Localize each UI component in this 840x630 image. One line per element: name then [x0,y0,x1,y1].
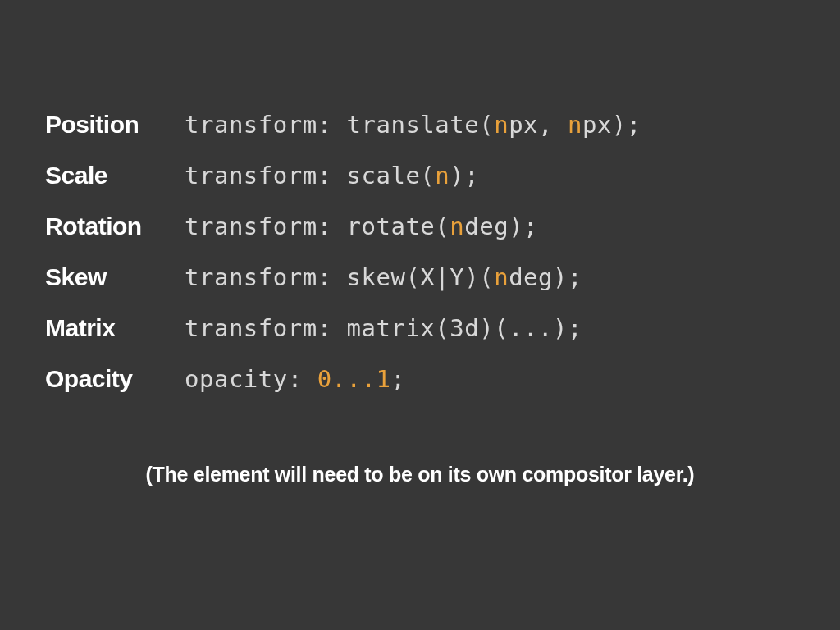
property-label: Skew [45,263,185,291]
code-placeholder: n [568,111,582,139]
property-code: transform: matrix(3d)(...); [185,314,582,342]
code-placeholder: 0...1 [317,365,391,393]
property-row: Scaletransform: scale(n); [45,162,795,189]
code-text: px, [509,111,568,139]
property-code: transform: skew(X|Y)(ndeg); [185,263,582,291]
property-row: Skewtransform: skew(X|Y)(ndeg); [45,263,795,291]
code-placeholder: n [435,162,450,189]
property-label: Matrix [45,314,185,342]
code-text: transform: scale( [185,162,435,189]
code-text: deg); [464,212,538,240]
property-label: Rotation [45,212,185,240]
code-placeholder: n [450,212,464,240]
property-row: Matrixtransform: matrix(3d)(...); [45,314,795,342]
property-list: Positiontransform: translate(npx, npx);S… [45,111,795,393]
code-text: opacity: [185,365,317,393]
code-text: px); [582,111,641,139]
code-text: transform: skew(X|Y)( [185,263,494,291]
property-code: opacity: 0...1; [185,365,405,393]
property-code: transform: scale(n); [185,162,479,189]
property-row: Positiontransform: translate(npx, npx); [45,111,795,139]
property-row: Rotationtransform: rotate(ndeg); [45,212,795,240]
property-label: Opacity [45,365,185,393]
property-label: Scale [45,162,185,189]
code-text: ); [450,162,479,189]
property-row: Opacityopacity: 0...1; [45,365,795,393]
footnote: (The element will need to be on its own … [45,463,795,486]
code-text: transform: rotate( [185,212,450,240]
code-text: ; [390,365,405,393]
property-code: transform: rotate(ndeg); [185,212,538,240]
code-text: transform: translate( [185,111,494,139]
code-text: deg); [509,263,582,291]
property-code: transform: translate(npx, npx); [185,111,641,139]
code-placeholder: n [494,263,509,291]
code-placeholder: n [494,111,509,139]
code-text: transform: matrix(3d)(...); [185,314,582,342]
property-label: Position [45,111,185,139]
